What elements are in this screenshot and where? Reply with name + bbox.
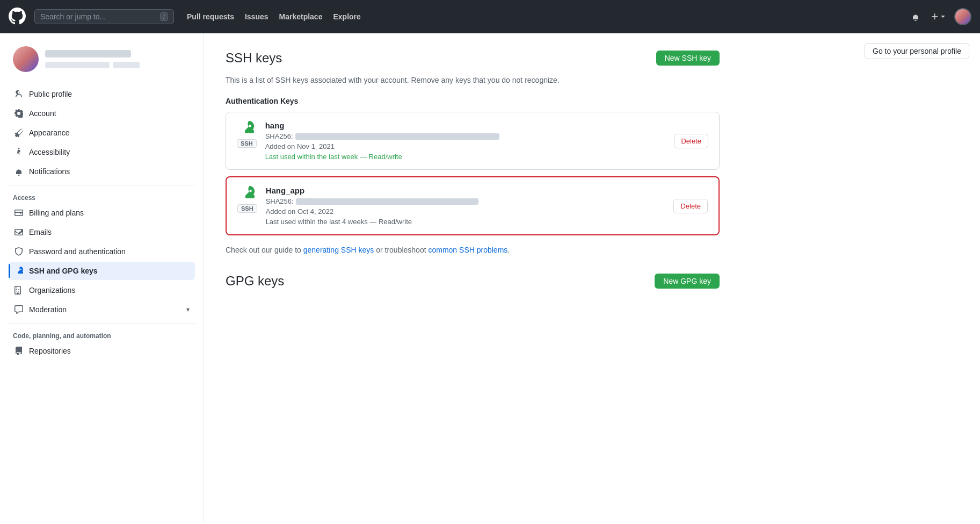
sidebar-profile[interactable] — [9, 46, 195, 72]
key-icon — [14, 266, 24, 276]
key-added: Added on Nov 1, 2021 — [265, 142, 666, 150]
sidebar-item-emails[interactable]: Emails — [9, 223, 195, 241]
key-last-used: Last used within the last 4 weeks — Read… — [266, 218, 665, 226]
common-ssh-problems-link[interactable]: common SSH problems — [428, 246, 507, 254]
topnav-marketplace[interactable]: Marketplace — [279, 12, 323, 21]
github-logo[interactable] — [9, 8, 26, 26]
search-kbd: / — [160, 12, 168, 21]
person-icon — [14, 89, 24, 99]
accessibility-icon — [14, 147, 24, 157]
sidebar-item-public-profile[interactable]: Public profile — [9, 85, 195, 103]
sidebar-item-appearance[interactable]: Appearance — [9, 124, 195, 142]
topnav-links: Pull requests Issues Marketplace Explore — [187, 12, 361, 21]
ssh-badge: SSH — [237, 139, 257, 148]
ssh-key-card-hang-app: SSH Hang_app SHA256: Added on Oct 4, 202… — [226, 176, 720, 235]
key-details-hang-app: Hang_app SHA256: Added on Oct 4, 2022 La… — [266, 186, 665, 226]
key-added: Added on Oct 4, 2022 — [266, 207, 665, 216]
topnav-pull-requests[interactable]: Pull requests — [187, 12, 234, 21]
sidebar-item-repositories[interactable]: Repositories — [9, 342, 195, 360]
sidebar-divider — [9, 185, 195, 185]
sidebar-item-account[interactable]: Account — [9, 104, 195, 123]
bell-icon — [14, 167, 24, 176]
page-layout: Public profile Account Appearance — [0, 33, 980, 524]
sidebar-item-label: Billing and plans — [29, 209, 190, 217]
sidebar-profile-info — [45, 50, 140, 68]
ssh-keys-header: SSH keys New SSH key — [226, 51, 720, 66]
sidebar-item-label: Notifications — [29, 167, 190, 176]
ssh-footer-text: Check out our guide to generating SSH ke… — [226, 244, 720, 256]
sidebar-item-label: Account — [29, 109, 190, 118]
gpg-keys-header: GPG keys New GPG key — [226, 274, 720, 289]
sidebar-item-billing[interactable]: Billing and plans — [9, 204, 195, 222]
sidebar-nav: Public profile Account Appearance — [9, 85, 195, 360]
sidebar-item-moderation[interactable]: Moderation ▾ — [9, 300, 195, 319]
moderation-icon — [14, 305, 24, 314]
sidebar-item-label: Appearance — [29, 128, 190, 137]
create-new-button[interactable] — [931, 12, 946, 21]
sidebar-section-access: Access — [9, 190, 195, 204]
key-icon-wrap-2: SSH — [237, 186, 257, 213]
key-fingerprint: SHA256: — [266, 197, 665, 205]
main-content: SSH keys New SSH key This is a list of S… — [204, 33, 741, 524]
avatar[interactable] — [954, 8, 971, 25]
sidebar-avatar — [13, 46, 39, 72]
sidebar-item-label: Password and authentication — [29, 247, 190, 256]
sidebar-item-password[interactable]: Password and authentication — [9, 242, 195, 261]
org-icon — [14, 285, 24, 295]
profile-name-blur — [45, 50, 131, 58]
chevron-down-icon: ▾ — [186, 306, 190, 313]
notifications-button[interactable] — [909, 10, 922, 23]
sidebar-item-label: Organizations — [29, 286, 190, 295]
generating-ssh-keys-link[interactable]: generating SSH keys — [303, 246, 374, 254]
key-name: Hang_app — [266, 186, 665, 195]
gpg-keys-title: GPG keys — [226, 274, 284, 289]
ssh-key-card-hang: SSH hang SHA256: Added on Nov 1, 2021 La… — [226, 112, 720, 170]
key-fingerprint-blur — [295, 133, 499, 140]
topnav-explore[interactable]: Explore — [333, 12, 360, 21]
sidebar-item-ssh-gpg[interactable]: SSH and GPG keys — [9, 262, 195, 280]
profile-sub-blur — [45, 62, 110, 68]
sidebar-divider-2 — [9, 323, 195, 324]
shield-icon — [14, 247, 24, 256]
key-icon-green — [239, 121, 254, 136]
creditcard-icon — [14, 208, 24, 218]
topnav-issues[interactable]: Issues — [245, 12, 268, 21]
ssh-description: This is a list of SSH keys associated wi… — [226, 74, 720, 86]
key-name: hang — [265, 121, 666, 130]
ssh-keys-title: SSH keys — [226, 51, 282, 66]
delete-key-hang-button[interactable]: Delete — [674, 134, 708, 148]
auth-keys-heading: Authentication Keys — [226, 97, 720, 105]
top-navigation: / Pull requests Issues Marketplace Explo… — [0, 0, 980, 33]
search-input[interactable] — [40, 12, 156, 21]
key-icon-gray — [239, 186, 255, 201]
go-to-profile-button[interactable]: Go to your personal profile — [865, 43, 969, 59]
repo-icon — [14, 346, 24, 356]
key-details-hang: hang SHA256: Added on Nov 1, 2021 Last u… — [265, 121, 666, 161]
key-fingerprint: SHA256: — [265, 132, 666, 140]
sidebar-item-accessibility[interactable]: Accessibility — [9, 143, 195, 161]
sidebar-item-label: SSH and GPG keys — [29, 267, 190, 275]
key-last-used-suffix: — Read/write — [358, 153, 402, 161]
key-last-used: Last used within the last week — Read/wr… — [265, 153, 666, 161]
sidebar-item-label: Moderation — [29, 305, 181, 314]
sidebar-item-label: Accessibility — [29, 148, 190, 156]
topnav-right — [909, 8, 971, 25]
ssh-badge-2: SSH — [237, 204, 257, 213]
sidebar-item-label: Public profile — [29, 90, 190, 98]
key-last-used-text: Last used within the last week — [265, 153, 358, 161]
sidebar-item-notifications[interactable]: Notifications — [9, 162, 195, 181]
sidebar-item-organizations[interactable]: Organizations — [9, 281, 195, 299]
search-bar[interactable]: / — [34, 9, 174, 24]
new-gpg-key-button[interactable]: New GPG key — [655, 274, 720, 289]
delete-key-hang-app-button[interactable]: Delete — [673, 199, 708, 213]
sidebar-section-code: Code, planning, and automation — [9, 328, 195, 342]
mail-icon — [14, 227, 24, 237]
gear-icon — [14, 109, 24, 118]
sidebar-item-label: Repositories — [29, 347, 190, 355]
new-ssh-key-button[interactable]: New SSH key — [656, 51, 720, 66]
sidebar-item-label: Emails — [29, 228, 190, 236]
sidebar: Public profile Account Appearance — [0, 33, 204, 524]
paintbrush-icon — [14, 128, 24, 138]
key-icon-wrap: SSH — [237, 121, 257, 148]
key-fingerprint-blur — [296, 198, 478, 205]
